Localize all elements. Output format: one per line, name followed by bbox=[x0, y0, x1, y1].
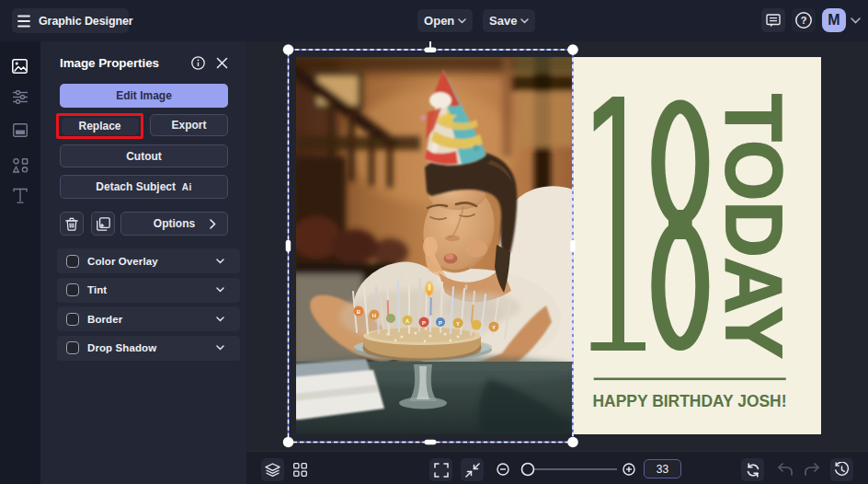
svg-text:?: ? bbox=[801, 15, 807, 26]
